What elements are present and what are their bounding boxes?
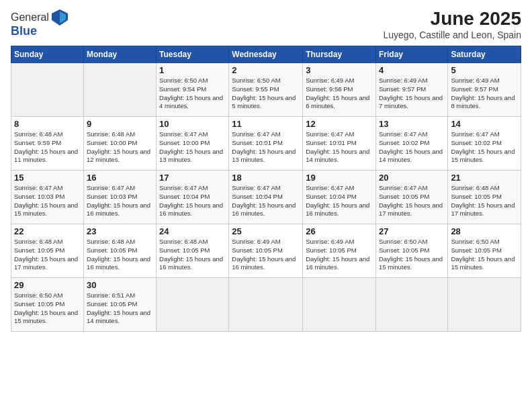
day-info: Sunrise: 6:48 AMSunset: 10:05 PMDaylight… (451, 184, 518, 218)
day-number: 3 (306, 65, 373, 75)
page-title: June 2025 (384, 8, 521, 30)
calendar-cell: 24Sunrise: 6:48 AMSunset: 10:05 PMDaylig… (157, 224, 229, 278)
calendar-cell: 5Sunrise: 6:49 AMSunset: 9:57 PMDaylight… (448, 63, 521, 117)
day-info: Sunrise: 6:48 AMSunset: 10:05 PMDaylight… (14, 238, 81, 272)
calendar-cell (448, 278, 521, 332)
calendar-cell (83, 63, 156, 117)
day-info: Sunrise: 6:49 AMSunset: 10:05 PMDaylight… (306, 238, 373, 272)
header-thursday: Thursday (303, 46, 376, 63)
day-number: 28 (451, 226, 518, 236)
day-number: 21 (451, 173, 518, 183)
header-saturday: Saturday (448, 46, 521, 63)
day-info: Sunrise: 6:47 AMSunset: 10:01 PMDaylight… (306, 130, 373, 165)
day-number: 13 (379, 119, 445, 129)
header-friday: Friday (375, 46, 447, 63)
calendar-cell: 15Sunrise: 6:47 AMSunset: 10:03 PMDaylig… (11, 171, 84, 224)
day-number: 10 (159, 119, 226, 129)
day-number: 16 (87, 173, 153, 183)
day-info: Sunrise: 6:51 AMSunset: 10:05 PMDaylight… (87, 291, 153, 326)
day-info: Sunrise: 6:49 AMSunset: 9:56 PMDaylight:… (306, 77, 373, 111)
calendar-cell (11, 63, 84, 117)
calendar-cell: 10Sunrise: 6:47 AMSunset: 10:00 PMDaylig… (157, 117, 229, 171)
logo: General Blue (11, 8, 69, 38)
day-number: 24 (159, 226, 226, 236)
calendar-cell (229, 278, 303, 332)
day-info: Sunrise: 6:50 AMSunset: 10:05 PMDaylight… (379, 238, 445, 272)
calendar-cell: 9Sunrise: 6:48 AMSunset: 10:00 PMDayligh… (83, 117, 156, 171)
calendar-cell: 23Sunrise: 6:48 AMSunset: 10:05 PMDaylig… (83, 224, 156, 278)
calendar-header-row: Sunday Monday Tuesday Wednesday Thursday… (11, 46, 521, 63)
day-info: Sunrise: 6:47 AMSunset: 10:04 PMDaylight… (232, 184, 300, 218)
logo-flag-icon (50, 8, 69, 27)
header: General Blue June 2025 Luyego, Castille … (11, 8, 521, 40)
calendar-cell: 14Sunrise: 6:47 AMSunset: 10:02 PMDaylig… (448, 117, 521, 171)
calendar-cell: 27Sunrise: 6:50 AMSunset: 10:05 PMDaylig… (375, 224, 447, 278)
day-number: 15 (14, 173, 81, 183)
day-info: Sunrise: 6:49 AMSunset: 10:05 PMDaylight… (232, 238, 300, 272)
day-number: 11 (232, 119, 300, 129)
day-info: Sunrise: 6:47 AMSunset: 10:02 PMDaylight… (379, 130, 445, 165)
day-number: 30 (87, 280, 153, 290)
day-info: Sunrise: 6:47 AMSunset: 10:02 PMDaylight… (451, 130, 518, 165)
day-number: 8 (14, 119, 81, 129)
day-info: Sunrise: 6:47 AMSunset: 10:04 PMDaylight… (159, 184, 226, 218)
day-info: Sunrise: 6:49 AMSunset: 9:57 PMDaylight:… (451, 77, 518, 111)
calendar-cell: 16Sunrise: 6:47 AMSunset: 10:03 PMDaylig… (83, 171, 156, 224)
page-subtitle: Luyego, Castille and Leon, Spain (384, 30, 521, 40)
day-info: Sunrise: 6:47 AMSunset: 10:04 PMDaylight… (306, 184, 373, 218)
day-number: 17 (159, 173, 226, 183)
header-wednesday: Wednesday (229, 46, 303, 63)
calendar-cell: 19Sunrise: 6:47 AMSunset: 10:04 PMDaylig… (303, 171, 376, 224)
day-info: Sunrise: 6:50 AMSunset: 9:54 PMDaylight:… (159, 77, 226, 111)
day-number: 2 (232, 65, 300, 75)
calendar-cell: 28Sunrise: 6:50 AMSunset: 10:05 PMDaylig… (448, 224, 521, 278)
day-number: 23 (87, 226, 153, 236)
day-number: 4 (379, 65, 445, 75)
day-number: 18 (232, 173, 300, 183)
day-info: Sunrise: 6:47 AMSunset: 10:05 PMDaylight… (379, 184, 445, 218)
day-info: Sunrise: 6:47 AMSunset: 10:03 PMDaylight… (14, 184, 81, 218)
calendar-cell (157, 278, 229, 332)
calendar-week-row: 8Sunrise: 6:48 AMSunset: 9:59 PMDaylight… (11, 117, 521, 171)
page: General Blue June 2025 Luyego, Castille … (0, 0, 532, 411)
calendar-week-row: 22Sunrise: 6:48 AMSunset: 10:05 PMDaylig… (11, 224, 521, 278)
day-number: 20 (379, 173, 445, 183)
day-number: 9 (87, 119, 153, 129)
calendar-cell: 22Sunrise: 6:48 AMSunset: 10:05 PMDaylig… (11, 224, 84, 278)
calendar-cell (375, 278, 447, 332)
calendar-cell: 8Sunrise: 6:48 AMSunset: 9:59 PMDaylight… (11, 117, 84, 171)
calendar-cell: 2Sunrise: 6:50 AMSunset: 9:55 PMDaylight… (229, 63, 303, 117)
calendar-table: Sunday Monday Tuesday Wednesday Thursday… (11, 46, 521, 332)
day-number: 1 (159, 65, 226, 75)
calendar-cell: 12Sunrise: 6:47 AMSunset: 10:01 PMDaylig… (303, 117, 376, 171)
day-info: Sunrise: 6:50 AMSunset: 10:05 PMDaylight… (14, 291, 81, 326)
day-number: 27 (379, 226, 445, 236)
day-info: Sunrise: 6:50 AMSunset: 9:55 PMDaylight:… (232, 77, 300, 111)
title-block: June 2025 Luyego, Castille and Leon, Spa… (384, 8, 521, 40)
calendar-cell: 4Sunrise: 6:49 AMSunset: 9:57 PMDaylight… (375, 63, 447, 117)
calendar-cell: 3Sunrise: 6:49 AMSunset: 9:56 PMDaylight… (303, 63, 376, 117)
day-info: Sunrise: 6:47 AMSunset: 10:00 PMDaylight… (159, 130, 226, 165)
day-info: Sunrise: 6:47 AMSunset: 10:01 PMDaylight… (232, 130, 300, 165)
day-info: Sunrise: 6:48 AMSunset: 10:05 PMDaylight… (159, 238, 226, 272)
calendar-cell: 1Sunrise: 6:50 AMSunset: 9:54 PMDaylight… (157, 63, 229, 117)
calendar-week-row: 15Sunrise: 6:47 AMSunset: 10:03 PMDaylig… (11, 171, 521, 224)
calendar-cell: 17Sunrise: 6:47 AMSunset: 10:04 PMDaylig… (157, 171, 229, 224)
calendar-week-row: 1Sunrise: 6:50 AMSunset: 9:54 PMDaylight… (11, 63, 521, 117)
calendar-cell: 25Sunrise: 6:49 AMSunset: 10:05 PMDaylig… (229, 224, 303, 278)
day-number: 14 (451, 119, 518, 129)
calendar-cell: 13Sunrise: 6:47 AMSunset: 10:02 PMDaylig… (375, 117, 447, 171)
header-tuesday: Tuesday (157, 46, 229, 63)
day-number: 19 (306, 173, 373, 183)
day-info: Sunrise: 6:48 AMSunset: 10:05 PMDaylight… (87, 238, 153, 272)
day-number: 26 (306, 226, 373, 236)
day-info: Sunrise: 6:49 AMSunset: 9:57 PMDaylight:… (379, 77, 445, 111)
day-number: 25 (232, 226, 300, 236)
calendar-cell: 18Sunrise: 6:47 AMSunset: 10:04 PMDaylig… (229, 171, 303, 224)
day-info: Sunrise: 6:50 AMSunset: 10:05 PMDaylight… (451, 238, 518, 272)
day-number: 29 (14, 280, 81, 290)
calendar-cell: 29Sunrise: 6:50 AMSunset: 10:05 PMDaylig… (11, 278, 84, 332)
calendar-week-row: 29Sunrise: 6:50 AMSunset: 10:05 PMDaylig… (11, 278, 521, 332)
header-sunday: Sunday (11, 46, 84, 63)
day-number: 12 (306, 119, 373, 129)
